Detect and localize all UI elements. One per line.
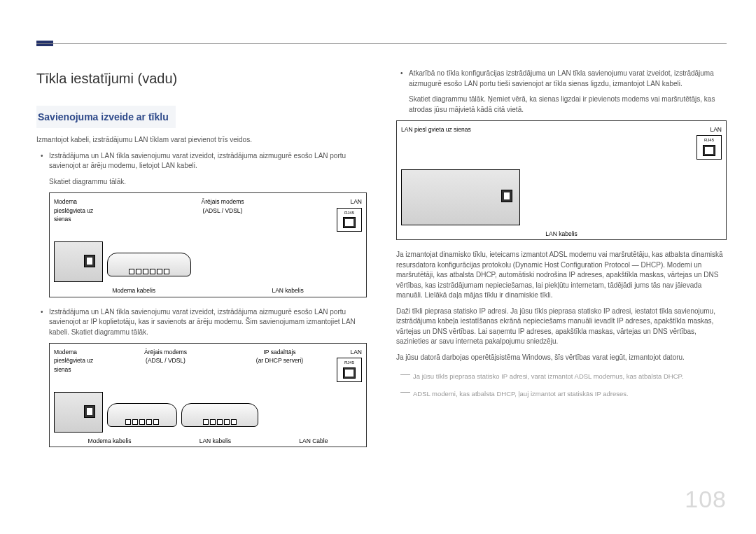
page-content: Tīkla iestatījumi (vadu) Savienojuma izv…	[36, 69, 727, 457]
wall-plate-icon	[54, 392, 103, 433]
paragraph: Daži tīkli pieprasa statisko IP adresi. …	[396, 307, 727, 347]
sub-text: Skatiet diagrammu tālāk. Ņemiet vērā, ka…	[409, 94, 727, 115]
diagram-2: Modema pieslēgvieta uz sienas Ārējais mo…	[49, 343, 367, 447]
wall-plate-icon	[54, 241, 103, 282]
rj45-label: RJ45	[337, 360, 361, 366]
page-number: 108	[685, 486, 727, 513]
modem-icon	[107, 253, 191, 276]
wall-plate-icon	[401, 169, 520, 225]
modem-label: Ārējais modems	[144, 349, 187, 356]
wall-label: Modema pieslēgvieta uz sienas	[54, 348, 108, 382]
footnote-text: Ja jūsu tīkls pieprasa statisko IP adres…	[413, 372, 683, 380]
rj45-port-icon	[703, 145, 715, 156]
cable-label: Modema kabelis	[112, 286, 155, 295]
cable-label: LAN kabelis	[200, 437, 231, 445]
wall-label: LAN piesl gvieta uz sienas	[401, 125, 527, 160]
rj45-label: RJ45	[697, 137, 721, 143]
router-label: IP sadalītājs	[263, 349, 295, 356]
modem-sublabel: (ADSL / VDSL)	[146, 357, 186, 364]
modem-icon	[107, 403, 177, 427]
wall-label: Modema pieslēgvieta uz sienas	[54, 197, 108, 232]
section-heading: Savienojuma izveide ar tīklu	[36, 106, 176, 128]
rj45-box: RJ45	[696, 135, 722, 160]
rj45-label: RJ45	[337, 210, 361, 216]
cable-label: LAN Cable	[299, 437, 328, 445]
bullet-item: Atkarībā no tīkla konfigurācijas izstrād…	[409, 69, 727, 89]
lan-label: LAN	[337, 348, 362, 356]
footnote-text: ADSL modemi, kas atbalsta DHCP, ļauj izm…	[413, 390, 629, 398]
intro-text: Izmantojot kabeli, izstrādājumu LAN tīkl…	[36, 135, 367, 146]
cable-label: LAN kabelis	[272, 286, 303, 295]
cable-label: Modema kabelis	[88, 437, 132, 445]
bullet-item: Izstrādājuma un LAN tīkla savienojumu va…	[49, 151, 367, 171]
paragraph: Ja izmantojat dinamisko tīklu, ieteicams…	[396, 250, 727, 301]
lan-label: LAN	[337, 197, 362, 206]
bullet-list: Atkarībā no tīkla konfigurācijas izstrād…	[396, 69, 727, 89]
diagram-1: Modema pieslēgvieta uz sienas Ārējais mo…	[49, 192, 367, 297]
footnote: ―Ja jūsu tīkls pieprasa statisko IP adre…	[400, 368, 727, 382]
rj45-box: RJ45	[337, 358, 362, 382]
bullet-list: Izstrādājuma un LAN tīkla savienojumu va…	[36, 151, 367, 171]
paragraph: Ja jūsu datorā darbojas operētājsistēma …	[396, 353, 727, 363]
modem-label: Ārējais modems	[202, 198, 244, 205]
rj45-box: RJ45	[337, 208, 362, 232]
left-column: Tīkla iestatījumi (vadu) Savienojuma izv…	[36, 69, 367, 457]
sub-text: Skatiet diagrammu tālāk.	[49, 177, 367, 188]
modem-sublabel: (ADSL / VDSL)	[203, 207, 243, 214]
bullet-list: Izstrādājuma un LAN tīkla savienojumu va…	[36, 307, 367, 338]
diagram-3: LAN piesl gvieta uz sienas LAN RJ45 LAN …	[396, 120, 727, 240]
footnote: ―ADSL modemi, kas atbalsta DHCP, ļauj iz…	[400, 386, 727, 400]
cable-label: LAN kabelis	[545, 230, 577, 238]
page-title: Tīkla iestatījumi (vadu)	[36, 69, 367, 89]
router-icon	[181, 403, 258, 427]
bullet-item: Izstrādājuma un LAN tīkla savienojumu va…	[49, 307, 367, 338]
rj45-port-icon	[343, 217, 356, 228]
router-sublabel: (ar DHCP serveri)	[256, 357, 303, 364]
header-rule	[36, 43, 727, 44]
lan-label: LAN	[696, 125, 722, 134]
right-column: Atkarībā no tīkla konfigurācijas izstrād…	[396, 69, 727, 457]
rj45-port-icon	[343, 367, 356, 379]
